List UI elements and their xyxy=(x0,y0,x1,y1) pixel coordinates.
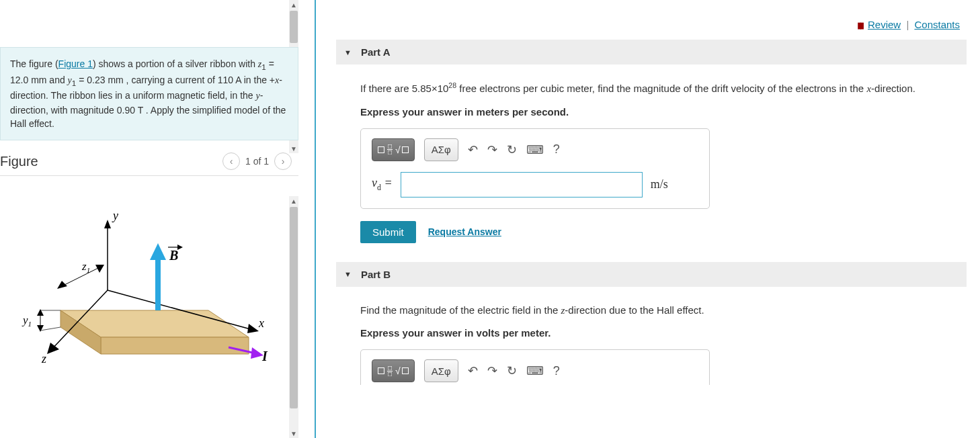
reset-icon[interactable]: ↻ xyxy=(507,363,517,378)
right-panel: ▮▮ Review | Constants ▼ Part A If there … xyxy=(316,0,980,438)
templates-button[interactable]: □□ √ xyxy=(372,359,415,382)
keyboard-icon[interactable]: ⌨ xyxy=(526,142,544,157)
top-links: ▮▮ Review | Constants xyxy=(336,7,967,40)
part-a-answer-box: □□ √ ΑΣφ ↶ ↷ ↻ ⌨ ? vd = m/s xyxy=(360,128,710,209)
collapse-caret-icon: ▼ xyxy=(344,48,352,56)
y1-dim-label: y1 xyxy=(22,314,32,328)
part-a-submit-button[interactable]: Submit xyxy=(360,221,416,243)
problem-text-1: ) shows a portion of a silver ribbon wit… xyxy=(93,58,258,69)
part-a-title: Part A xyxy=(361,46,391,58)
svg-marker-1 xyxy=(101,337,249,354)
svg-line-20 xyxy=(40,327,60,331)
qb-pre: Find the magnitude of the electric field… xyxy=(360,304,561,316)
part-a-question: If there are 5.85×1028 free electrons pe… xyxy=(360,81,967,97)
part-b-toolbar: □□ √ ΑΣφ ↶ ↷ ↻ ⌨ ? xyxy=(372,359,698,382)
redo-icon[interactable]: ↷ xyxy=(487,142,497,157)
problem-text-2: , carrying a current of 110 A in the + xyxy=(124,75,275,85)
part-a-instruction: Express your answer in meters per second… xyxy=(360,106,967,118)
z1-dim-label: z1 xyxy=(81,260,90,274)
redo-icon[interactable]: ↷ xyxy=(487,363,497,378)
svg-marker-22 xyxy=(177,245,183,250)
problem-text-pre: The figure ( xyxy=(10,58,58,69)
vector-b-label: B xyxy=(169,248,178,263)
q-end: -direction. xyxy=(871,83,915,94)
part-a-actions: Submit Request Answer xyxy=(360,221,967,243)
svg-marker-18 xyxy=(37,325,44,332)
svg-line-13 xyxy=(60,267,101,287)
figure-header: Figure ‹ 1 of 1 › xyxy=(0,140,298,176)
part-a-request-link[interactable]: Request Answer xyxy=(428,226,501,237)
help-icon[interactable]: ? xyxy=(553,364,560,378)
problem-statement: The figure (Figure 1) shows a portion of… xyxy=(0,47,298,140)
constants-link[interactable]: Constants xyxy=(914,19,960,30)
left-panel: ▲ ▼ The figure (Figure 1) shows a portio… xyxy=(0,0,315,438)
svg-marker-4 xyxy=(104,220,111,228)
part-b-instruction: Express your answer in volts per meter. xyxy=(360,327,967,339)
part-a-input-row: vd = m/s xyxy=(372,172,698,198)
svg-marker-6 xyxy=(247,324,259,333)
q-pre: If there are 5.85×10 xyxy=(360,83,448,94)
q-post: free electrons per cubic meter, find the… xyxy=(456,83,866,94)
reset-icon[interactable]: ↻ xyxy=(507,142,517,157)
part-b-answer-box: □□ √ ΑΣφ ↶ ↷ ↻ ⌨ ? xyxy=(360,349,710,385)
figure-link[interactable]: Figure 1 xyxy=(58,58,93,69)
keyboard-icon[interactable]: ⌨ xyxy=(526,363,544,378)
scroll-up-icon[interactable]: ▲ xyxy=(289,0,298,9)
svg-marker-10 xyxy=(150,243,166,260)
collapse-caret-icon: ▼ xyxy=(344,270,352,278)
current-i-label: I xyxy=(261,349,268,363)
link-separator: | xyxy=(906,19,909,30)
scroll-thumb[interactable] xyxy=(290,11,298,43)
scroll-down-icon[interactable]: ▼ xyxy=(289,429,298,438)
svg-marker-17 xyxy=(37,309,44,316)
part-b-header[interactable]: ▼ Part B xyxy=(336,262,967,287)
axis-z-label: z xyxy=(41,352,46,365)
undo-icon[interactable]: ↶ xyxy=(468,363,478,378)
problem-and: and xyxy=(46,75,67,85)
part-a-header[interactable]: ▼ Part A xyxy=(336,40,967,64)
figure-next-button[interactable]: › xyxy=(274,152,292,170)
axis-y-label: y xyxy=(112,209,118,222)
y1-eq: = 0.23 mm xyxy=(76,75,123,85)
figure-image: y x z B I z1 y1 xyxy=(0,176,305,380)
svg-marker-14 xyxy=(57,281,67,289)
greek-button[interactable]: ΑΣφ xyxy=(424,138,458,161)
flag-icon: ▮▮ xyxy=(857,20,862,30)
axis-x-label: x xyxy=(258,316,264,330)
figure-nav: ‹ 1 of 1 › xyxy=(222,152,292,170)
part-a-var-label: vd = xyxy=(372,176,393,193)
undo-icon[interactable]: ↶ xyxy=(468,142,478,157)
svg-marker-8 xyxy=(47,343,59,354)
qb-post: -direction due to the Hall effect. xyxy=(565,304,704,316)
review-link[interactable]: Review xyxy=(868,19,901,30)
help-icon[interactable]: ? xyxy=(553,142,560,157)
scroll-down-icon[interactable]: ▼ xyxy=(289,144,298,153)
part-a-body: If there are 5.85×1028 free electrons pe… xyxy=(336,81,967,262)
part-b-title: Part B xyxy=(361,269,391,280)
figure-pager: 1 of 1 xyxy=(245,156,269,167)
figure-title: Figure xyxy=(0,154,38,169)
part-b-body: Find the magnitude of the electric field… xyxy=(336,303,967,404)
part-a-unit: m/s xyxy=(651,177,668,191)
greek-button[interactable]: ΑΣφ xyxy=(424,359,458,382)
q-sup: 28 xyxy=(448,81,456,89)
figure-svg: y x z B I z1 y1 xyxy=(13,203,269,378)
part-a-toolbar: □□ √ ΑΣφ ↶ ↷ ↻ ⌨ ? xyxy=(372,138,698,161)
templates-button[interactable]: □□ √ xyxy=(372,138,415,161)
part-b-question: Find the magnitude of the electric field… xyxy=(360,303,967,318)
part-a-answer-input[interactable] xyxy=(401,172,643,198)
figure-prev-button[interactable]: ‹ xyxy=(222,152,240,170)
